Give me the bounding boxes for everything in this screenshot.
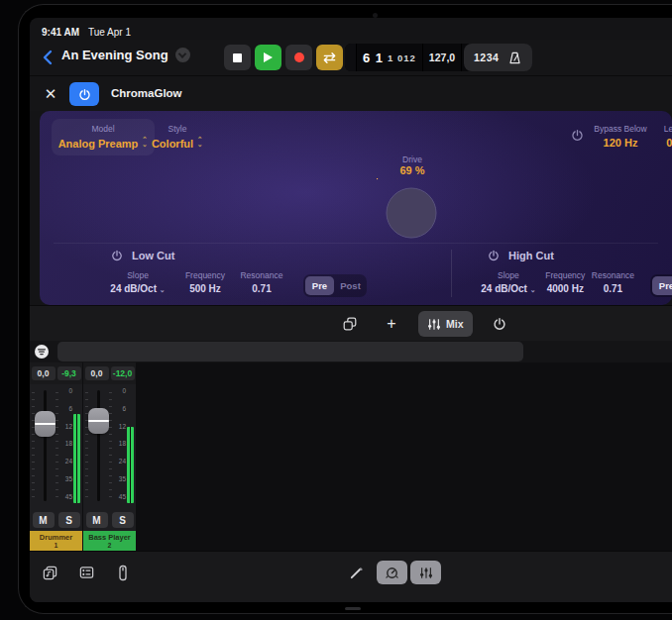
low-cut-frequency[interactable]: Frequency 500 Hz <box>176 270 234 294</box>
track-label[interactable]: Bass Player 2 <box>83 531 136 551</box>
mix-label: Mix <box>446 318 464 330</box>
db-scale-label: 6 <box>68 405 72 412</box>
mute-solo-row: M S <box>30 509 82 531</box>
count-in-metronome-group: 1234 <box>464 44 532 71</box>
pre-button[interactable]: Pre <box>652 276 672 295</box>
fader-track[interactable] <box>97 390 100 501</box>
post-button[interactable]: Post <box>336 276 365 295</box>
plugin-power-button[interactable] <box>69 82 99 106</box>
ipad-device-frame: 9:41 AM Tue Apr 1 An Evening Song <box>18 4 672 614</box>
drive-label: Drive <box>377 155 448 164</box>
high-cut-pre-post-toggle: Pre Post <box>650 274 672 297</box>
waveform-visualization <box>40 164 672 236</box>
track-name: Drummer <box>30 533 82 542</box>
high-cut-section: High Cut Slope 24 dB/Oct ⌄ Frequency 400… <box>476 248 672 301</box>
style-value: Colorful <box>152 138 193 150</box>
loops-browser-icon <box>42 565 58 581</box>
view-toggle-group <box>377 561 441 584</box>
low-cut-power-icon[interactable] <box>111 250 123 261</box>
metronome-icon[interactable] <box>507 51 522 65</box>
mix-view-button[interactable]: Mix <box>418 311 473 337</box>
plus-icon: + <box>387 316 395 332</box>
level-label: Level <box>643 124 672 134</box>
chevron-down-icon <box>175 48 190 62</box>
divider <box>54 243 658 244</box>
close-icon[interactable]: ✕ <box>42 85 59 103</box>
knob-icon <box>385 566 399 580</box>
high-cut-resonance[interactable]: Resonance 0.71 <box>590 270 636 294</box>
track-name: Bass Player <box>83 533 136 542</box>
mute-solo-row: M S <box>83 509 136 531</box>
low-cut-pre-post-toggle: Pre Post <box>303 274 367 297</box>
low-cut-slope[interactable]: Slope 24 dB/Oct ⌄ <box>99 270 176 294</box>
db-scale-label: 18 <box>65 440 72 447</box>
level-control[interactable]: Level 0.0 <box>643 124 672 149</box>
strip-values: 0,0 -9,3 <box>30 362 82 384</box>
solo-button[interactable]: S <box>58 512 80 528</box>
pan-value[interactable]: 0,0 <box>32 366 56 380</box>
cycle-icon <box>321 52 338 64</box>
db-scale-label: 24 <box>119 458 126 465</box>
high-cut-power-icon[interactable] <box>488 250 500 261</box>
volume-value[interactable]: -9,3 <box>57 366 81 380</box>
cycle-button[interactable] <box>316 45 343 70</box>
solo-button[interactable]: S <box>112 512 134 528</box>
play-icon <box>263 52 274 63</box>
model-selector[interactable]: Model Analog Preamp⌃⌄ <box>52 119 155 155</box>
power-icon <box>78 88 91 101</box>
db-scale-label: 45 <box>65 493 72 500</box>
fader-area: 061218243545 <box>83 384 136 509</box>
duplicate-button[interactable] <box>335 311 365 337</box>
plugin-window-header: ✕ ChromaGlow <box>30 75 672 111</box>
play-button[interactable] <box>255 45 281 70</box>
track-label[interactable]: Drummer 1 <box>30 531 82 551</box>
drive-knob-block[interactable]: Drive 69 % <box>377 155 448 248</box>
mute-button[interactable]: M <box>33 512 55 528</box>
high-cut-slope[interactable]: Slope 24 dB/Oct ⌄ <box>476 270 541 294</box>
position-bar-beat: 6 1 <box>363 51 384 65</box>
faders-icon <box>427 318 441 331</box>
faders-icon <box>419 567 433 579</box>
song-title-menu[interactable]: An Evening Song <box>61 48 190 62</box>
plugin-name: ChromaGlow <box>111 87 182 99</box>
track-overview <box>30 341 672 362</box>
lcd-position: 6 1 1 012 <box>357 44 423 71</box>
pre-button[interactable]: Pre <box>305 276 334 295</box>
screen: 9:41 AM Tue Apr 1 An Evening Song <box>30 18 672 602</box>
mixer-view-button[interactable] <box>410 561 441 584</box>
fader-cap[interactable] <box>35 411 56 437</box>
bypass-power-icon[interactable] <box>571 129 584 142</box>
db-scale-label: 18 <box>119 440 126 447</box>
pan-value[interactable]: 0,0 <box>85 366 109 380</box>
low-cut-resonance[interactable]: Resonance 0.71 <box>234 270 289 294</box>
record-button[interactable] <box>285 45 312 70</box>
fader-cap[interactable] <box>88 408 109 434</box>
style-selector[interactable]: Style Colorful⌃⌄ <box>145 119 210 155</box>
add-track-button[interactable]: + <box>377 311 406 337</box>
record-icon <box>294 52 304 62</box>
browser-button[interactable] <box>74 562 98 583</box>
drive-knob[interactable] <box>377 178 446 248</box>
high-cut-frequency[interactable]: Frequency 4000 Hz <box>541 270 590 294</box>
chromaglow-panel: Model Analog Preamp⌃⌄ Style Colorful⌃⌄ B… <box>40 111 672 305</box>
stop-button[interactable] <box>224 45 251 70</box>
connector-port <box>345 607 361 610</box>
mute-button[interactable]: M <box>86 512 108 528</box>
db-scale-label: 0 <box>68 387 72 394</box>
pencil-icon[interactable] <box>349 566 364 580</box>
count-in-button[interactable]: 1234 <box>474 52 499 63</box>
loops-browser-button[interactable] <box>38 562 61 583</box>
stop-icon <box>233 53 242 62</box>
lcd-tempo: 127,0 <box>423 44 462 71</box>
drive-value: 69 % <box>377 164 448 176</box>
back-icon[interactable] <box>40 48 57 67</box>
channel-power-button[interactable] <box>485 311 514 337</box>
track-number: 2 <box>83 542 136 550</box>
fader-track[interactable] <box>44 390 47 501</box>
low-cut-section: Low Cut Slope 24 dB/Oct ⌄ Frequency 500 … <box>99 248 396 301</box>
volume-value[interactable]: -12,0 <box>111 366 135 380</box>
fader-ticks <box>32 392 35 499</box>
db-scale-label: 35 <box>65 475 72 482</box>
controls-view-button[interactable] <box>377 561 407 584</box>
pencil-case-button[interactable] <box>111 562 135 583</box>
